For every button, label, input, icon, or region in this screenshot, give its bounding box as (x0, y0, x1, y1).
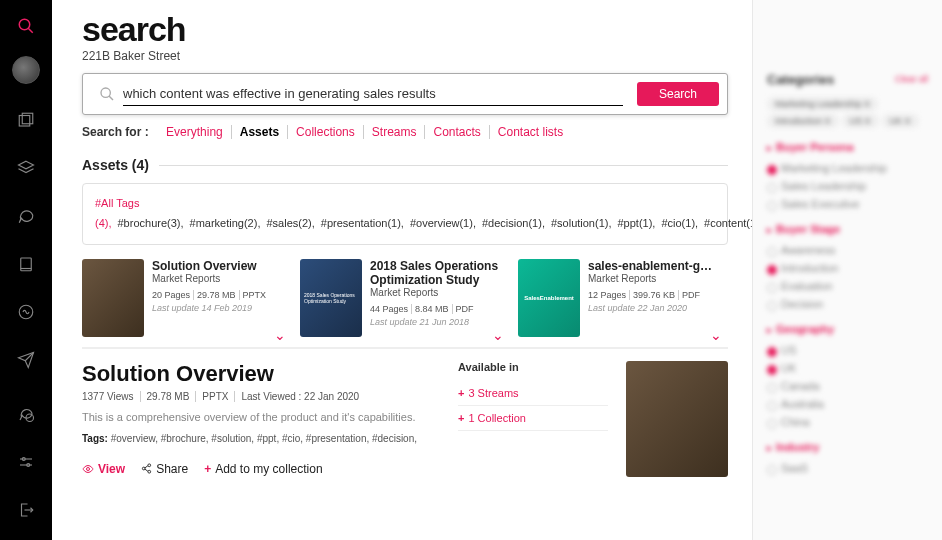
svg-point-0 (19, 19, 30, 30)
search-nav-icon[interactable] (8, 8, 44, 44)
card-category: Market Reports (152, 273, 269, 284)
category-option[interactable]: Decision (767, 295, 928, 313)
category-option[interactable]: Sales Leadership (767, 177, 928, 195)
clear-all-button[interactable]: Clear all (895, 74, 928, 84)
card-category: Market Reports (370, 287, 500, 298)
category-option[interactable]: China (767, 413, 928, 431)
chevron-down-icon[interactable]: ⌄ (274, 327, 286, 343)
available-heading: Available in (458, 361, 608, 373)
categories-panel: Categories Clear all Marketing Leadershi… (752, 0, 942, 540)
detail-description: This is a comprehensive overview of the … (82, 410, 440, 425)
tag[interactable]: #content(1), (704, 217, 752, 229)
svg-marker-4 (19, 161, 34, 169)
category-option[interactable]: SaaS (767, 459, 928, 477)
logout-icon[interactable] (8, 492, 44, 528)
add-collection-button[interactable]: +Add to my collection (204, 462, 322, 476)
card-title: Solution Overview (152, 259, 269, 273)
filter-chip[interactable]: Marketing Leadership X (767, 97, 878, 111)
card-updated: Last update 22 Jan 2020 (588, 303, 718, 313)
category-option[interactable]: Canada (767, 377, 928, 395)
category-option[interactable]: Sales Executive (767, 195, 928, 213)
category-group-head[interactable]: Buyer Persona (767, 141, 928, 153)
categories-heading: Categories Clear all (767, 72, 928, 87)
chat-icon[interactable] (8, 198, 44, 234)
svg-rect-3 (22, 113, 33, 124)
tag[interactable]: #cio(1), (661, 217, 698, 229)
asset-detail: Solution Overview 1377 Views29.78 MBPPTX… (82, 361, 728, 477)
tag[interactable]: #overview(1), (410, 217, 476, 229)
category-group-head[interactable]: Buyer Stage (767, 223, 928, 235)
share-button[interactable]: Share (141, 462, 188, 476)
filter-collections[interactable]: Collections (288, 125, 364, 139)
book-icon[interactable] (8, 246, 44, 282)
card-category: Market Reports (588, 273, 718, 284)
avatar[interactable] (12, 56, 40, 84)
filter-streams[interactable]: Streams (364, 125, 426, 139)
category-option[interactable]: Marketing Leadership (767, 159, 928, 177)
category-option[interactable]: US (767, 341, 928, 359)
svg-point-18 (148, 471, 151, 474)
card-updated: Last update 21 Jun 2018 (370, 317, 500, 327)
tag[interactable]: #ppt(1), (618, 217, 656, 229)
page-subtitle: 221B Baker Street (82, 49, 728, 63)
asset-card[interactable]: Solution OverviewMarket Reports20 Pages2… (82, 259, 282, 337)
search-input[interactable] (123, 82, 623, 106)
card-stats: 12 Pages399.76 KBPDF (588, 290, 718, 300)
detail-thumbnail (626, 361, 728, 477)
tags-box: #All Tags (4),#brochure(3),#marketing(2)… (82, 183, 728, 245)
active-filter-chips: Marketing Leadership XIntroduction XUS X… (767, 97, 928, 131)
card-thumbnail (82, 259, 144, 337)
tag[interactable]: #marketing(2), (190, 217, 261, 229)
asset-card[interactable]: SalesEnablementsales-enablement-gg-...Ma… (518, 259, 718, 337)
svg-point-16 (148, 464, 151, 467)
category-group-head[interactable]: Industry (767, 441, 928, 453)
svg-line-1 (28, 28, 33, 33)
available-row[interactable]: +3 Streams (458, 381, 608, 406)
svg-line-14 (109, 96, 113, 100)
category-option[interactable]: Australia (767, 395, 928, 413)
category-option[interactable]: Evaluation (767, 277, 928, 295)
category-group-head[interactable]: Geography (767, 323, 928, 335)
analytics-icon[interactable] (8, 294, 44, 330)
filter-contact-lists[interactable]: Contact lists (490, 125, 571, 139)
assets-heading: Assets (4) (82, 157, 149, 173)
help-icon[interactable] (8, 396, 44, 432)
asset-card[interactable]: 2018 Sales Operations Optimization Study… (300, 259, 500, 337)
search-icon (99, 86, 115, 102)
tag[interactable]: #decision(1), (482, 217, 545, 229)
filter-chip[interactable]: US X (842, 114, 879, 128)
search-button[interactable]: Search (637, 82, 719, 106)
detail-title: Solution Overview (82, 361, 440, 387)
tag[interactable]: #presentation(1), (321, 217, 404, 229)
filter-chip[interactable]: Introduction X (767, 114, 839, 128)
collections-icon[interactable] (8, 102, 44, 138)
sidebar (0, 0, 52, 540)
settings-icon[interactable] (8, 444, 44, 480)
category-option[interactable]: Introduction (767, 259, 928, 277)
filter-assets[interactable]: Assets (232, 125, 288, 139)
filter-contacts[interactable]: Contacts (425, 125, 489, 139)
card-thumbnail: SalesEnablement (518, 259, 580, 337)
card-title: 2018 Sales Operations Optimization Study (370, 259, 500, 288)
available-in: Available in +3 Streams+1 Collection (458, 361, 608, 477)
filter-label: Search for : (82, 125, 149, 139)
filter-row: Search for : EverythingAssetsCollections… (82, 125, 728, 139)
category-option[interactable]: Awareness (767, 241, 928, 259)
available-row[interactable]: +1 Collection (458, 406, 608, 431)
filter-chip[interactable]: UK X (882, 114, 919, 128)
tag[interactable]: #sales(2), (266, 217, 314, 229)
tag[interactable]: #solution(1), (551, 217, 612, 229)
filter-everything[interactable]: Everything (158, 125, 232, 139)
category-option[interactable]: UK (767, 359, 928, 377)
layers-icon[interactable] (8, 150, 44, 186)
svg-point-13 (101, 88, 110, 97)
chevron-down-icon[interactable]: ⌄ (492, 327, 504, 343)
send-icon[interactable] (8, 342, 44, 378)
card-title: sales-enablement-gg-... (588, 259, 718, 273)
svg-rect-2 (19, 116, 30, 127)
card-stats: 44 Pages8.84 MBPDF (370, 304, 500, 314)
detail-actions: View Share +Add to my collection (82, 462, 440, 476)
tag[interactable]: #brochure(3), (118, 217, 184, 229)
view-button[interactable]: View (82, 462, 125, 476)
chevron-down-icon[interactable]: ⌄ (710, 327, 722, 343)
